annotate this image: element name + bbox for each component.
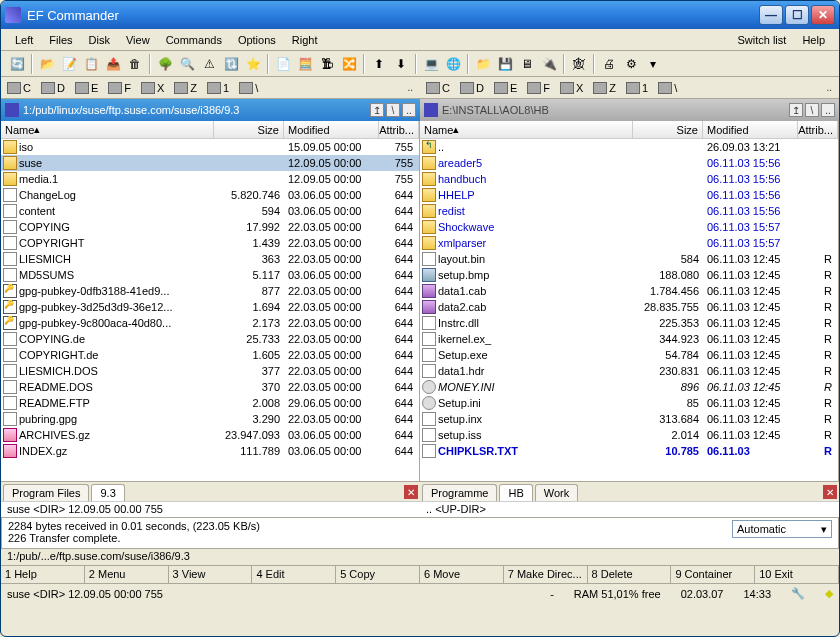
file-row[interactable]: layout.bin58406.11.03 12:45R (420, 251, 838, 267)
file-row[interactable]: iso15.09.05 00:00755 (1, 139, 419, 155)
drive-Z[interactable]: Z (591, 81, 618, 95)
newfolder-icon[interactable]: 📁 (473, 54, 493, 74)
drive-1[interactable]: 1 (624, 81, 650, 95)
file-row[interactable]: HHELP06.11.03 15:56 (420, 187, 838, 203)
file-row[interactable]: MONEY.INI89606.11.03 12:45R (420, 379, 838, 395)
fnkey[interactable]: 4 Edit (252, 566, 336, 583)
close-button[interactable]: ✕ (811, 5, 835, 25)
col-name[interactable]: Name ▴ (420, 121, 633, 138)
file-row[interactable]: areader506.11.03 15:56 (420, 155, 838, 171)
menu-right[interactable]: Right (284, 31, 326, 49)
col-size[interactable]: Size (633, 121, 703, 138)
menu-view[interactable]: View (118, 31, 158, 49)
drive-X[interactable]: X (139, 81, 166, 95)
drive-C[interactable]: C (424, 81, 452, 95)
favorite-icon[interactable]: ⭐ (243, 54, 263, 74)
left-pathbar[interactable]: 1:/pub/linux/suse/ftp.suse.com/suse/i386… (1, 99, 420, 121)
drive-F[interactable]: F (106, 81, 133, 95)
drive-D[interactable]: D (39, 81, 67, 95)
file-row[interactable]: ChangeLog5.820.74603.06.05 00:00644 (1, 187, 419, 203)
file-row[interactable]: gpg-pubkey-3d25d3d9-36e12...1.69422.03.0… (1, 299, 419, 315)
open-icon[interactable]: 📂 (37, 54, 57, 74)
drive-\[interactable]: \ (656, 81, 679, 95)
terminal-icon[interactable]: 💻 (421, 54, 441, 74)
encoding-combo[interactable]: Automatic▾ (732, 520, 832, 538)
menu-disk[interactable]: Disk (81, 31, 118, 49)
left-filelist[interactable]: iso15.09.05 00:00755suse12.09.05 00:0075… (1, 139, 419, 481)
file-row[interactable]: content59403.06.05 00:00644 (1, 203, 419, 219)
drive-1[interactable]: 1 (205, 81, 231, 95)
fnkey[interactable]: 3 View (169, 566, 253, 583)
file-row[interactable]: data2.cab28.835.75506.11.03 12:45R (420, 299, 838, 315)
file-row[interactable]: ..26.09.03 13:21 (420, 139, 838, 155)
file-row[interactable]: ikernel.ex_344.92306.11.03 12:45R (420, 331, 838, 347)
copy-icon[interactable]: 📋 (81, 54, 101, 74)
file-row[interactable]: LIESMICH36322.03.05 00:00644 (1, 251, 419, 267)
file-row[interactable]: gpg-pubkey-9c800aca-40d80...2.17322.03.0… (1, 315, 419, 331)
fnkey[interactable]: 8 Delete (588, 566, 672, 583)
col-attrib[interactable]: Attrib... (379, 121, 419, 138)
fnkey[interactable]: 2 Menu (85, 566, 169, 583)
calc-icon[interactable]: 🧮 (295, 54, 315, 74)
drive-X[interactable]: X (558, 81, 585, 95)
menu-options[interactable]: Options (230, 31, 284, 49)
ftp-icon[interactable]: 🔌 (539, 54, 559, 74)
network-icon[interactable]: 🕸 (569, 54, 589, 74)
file-row[interactable]: README.DOS37022.03.05 00:00644 (1, 379, 419, 395)
browser-icon[interactable]: 🌐 (443, 54, 463, 74)
fnkey[interactable]: 6 Move (420, 566, 504, 583)
drive-E[interactable]: E (73, 81, 100, 95)
dots-icon[interactable]: .. (404, 82, 416, 93)
tool-icon[interactable]: 🔧 (791, 587, 805, 600)
file-row[interactable]: COPYING17.99222.03.05 00:00644 (1, 219, 419, 235)
drive-Z[interactable]: Z (172, 81, 199, 95)
screen-icon[interactable]: 🖥 (517, 54, 537, 74)
archive-icon[interactable]: 🗜 (317, 54, 337, 74)
edit-icon[interactable]: 📝 (59, 54, 79, 74)
tree-icon[interactable]: 🌳 (155, 54, 175, 74)
file-row[interactable]: ARCHIVES.gz23.947.09303.06.05 00:00644 (1, 427, 419, 443)
col-attrib[interactable]: Attrib... (798, 121, 838, 138)
drive-D[interactable]: D (458, 81, 486, 95)
file-row[interactable]: pubring.gpg3.29022.03.05 00:00644 (1, 411, 419, 427)
fnkey[interactable]: 10 Exit (755, 566, 839, 583)
file-row[interactable]: Setup.exe54.78406.11.03 12:45R (420, 347, 838, 363)
menu-switch-list[interactable]: Switch list (729, 31, 794, 49)
close-tab-icon[interactable]: ✕ (823, 485, 837, 499)
col-modified[interactable]: Modified (703, 121, 798, 138)
file-row[interactable]: redist06.11.03 15:56 (420, 203, 838, 219)
up-icon[interactable]: ↥ (370, 103, 384, 117)
fnkey[interactable]: 5 Copy (336, 566, 420, 583)
menu-files[interactable]: Files (41, 31, 80, 49)
fnkey[interactable]: 7 Make Direc... (504, 566, 588, 583)
right-pathbar[interactable]: E:\INSTALL\AOL8\HB ↥\.. (420, 99, 839, 121)
file-row[interactable]: gpg-pubkey-0dfb3188-41ed9...87722.03.05 … (1, 283, 419, 299)
col-size[interactable]: Size (214, 121, 284, 138)
fnkey[interactable]: 1 Help (1, 566, 85, 583)
warn-icon[interactable]: ⚠ (199, 54, 219, 74)
file-row[interactable]: data1.hdr230.83106.11.03 12:45R (420, 363, 838, 379)
diamond-icon[interactable]: ◆ (825, 587, 833, 600)
tab[interactable]: Programme (422, 484, 497, 501)
menu-help[interactable]: Help (794, 31, 833, 49)
file-row[interactable]: xmlparser06.11.03 15:57 (420, 235, 838, 251)
drive-E[interactable]: E (492, 81, 519, 95)
search-icon[interactable]: 🔍 (177, 54, 197, 74)
file-row[interactable]: INDEX.gz111.78903.06.05 00:00644 (1, 443, 419, 459)
file-row[interactable]: COPYRIGHT.de1.60522.03.05 00:00644 (1, 347, 419, 363)
file-row[interactable]: README.FTP2.00829.06.05 00:00644 (1, 395, 419, 411)
col-name[interactable]: Name ▴ (1, 121, 214, 138)
file-row[interactable]: setup.iss2.01406.11.03 12:45R (420, 427, 838, 443)
fnkey[interactable]: 9 Container (671, 566, 755, 583)
col-modified[interactable]: Modified (284, 121, 379, 138)
refresh-icon[interactable]: 🔄 (7, 54, 27, 74)
file-row[interactable]: data1.cab1.784.45606.11.03 12:45R (420, 283, 838, 299)
file-row[interactable]: Shockwave06.11.03 15:57 (420, 219, 838, 235)
file-row[interactable]: Instrc.dll225.35306.11.03 12:45R (420, 315, 838, 331)
sync-icon[interactable]: 🔃 (221, 54, 241, 74)
file-row[interactable]: COPYING.de25.73322.03.05 00:00644 (1, 331, 419, 347)
file-row[interactable]: Setup.ini8506.11.03 12:45R (420, 395, 838, 411)
file-row[interactable]: COPYRIGHT1.43922.03.05 00:00644 (1, 235, 419, 251)
file-row[interactable]: CHIPKLSR.TXT10.78506.11.03R (420, 443, 838, 459)
root-icon[interactable]: \ (386, 103, 400, 117)
